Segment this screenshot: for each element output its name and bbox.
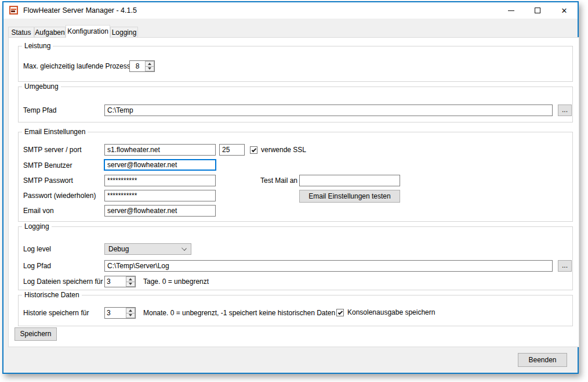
history-hint: Monate. 0 = unbegrenzt, -1 speichert kei… — [143, 307, 335, 319]
chevron-down-icon — [182, 246, 187, 251]
arrow-up-icon — [129, 278, 132, 280]
log-pfad-input[interactable] — [104, 260, 553, 272]
checkmark-icon — [337, 309, 342, 314]
smtp-port-input[interactable] — [219, 144, 245, 156]
title-bar: FlowHeater Server Manager - 4.1.5 ✕ — [3, 2, 578, 19]
max-processes-value: 8 — [130, 61, 145, 71]
maximize-button[interactable] — [524, 2, 551, 19]
log-retention-hint: Tage. 0 = unbegrenzt — [143, 276, 209, 287]
test-mail-label: Test Mail an — [257, 175, 297, 186]
smtp-server-input[interactable] — [104, 144, 216, 156]
minimize-button[interactable] — [498, 2, 524, 19]
group-email-title: Email Einstellungen — [22, 128, 88, 136]
history-label: Historie speichern für — [23, 307, 89, 319]
log-level-value: Debug — [108, 245, 129, 253]
log-level-select[interactable]: Debug — [104, 243, 191, 255]
tab-status[interactable]: Status — [8, 27, 34, 38]
smtp-user-input[interactable] — [104, 159, 216, 171]
test-mail-input[interactable] — [299, 175, 400, 186]
group-logging-title: Logging — [22, 222, 52, 230]
email-from-input[interactable] — [104, 205, 216, 217]
log-retention-value: 3 — [105, 276, 126, 287]
group-leistung-title: Leistung — [22, 42, 53, 50]
password-repeat-input[interactable] — [104, 190, 216, 201]
arrow-up-icon — [129, 309, 132, 312]
window-title: FlowHeater Server Manager - 4.1.5 — [23, 2, 137, 19]
tab-aufgaben[interactable]: Aufgaben — [34, 27, 66, 38]
save-button[interactable]: Speichern — [14, 327, 57, 341]
smtp-password-label: SMTP Passwort — [23, 175, 73, 186]
arrow-up-icon — [148, 63, 151, 65]
password-repeat-label: Passwort (wiederholen) — [23, 190, 96, 201]
group-logging: Logging Log level Debug Log Pfad ... Log… — [18, 226, 573, 290]
window-controls: ✕ — [498, 2, 578, 19]
log-level-label: Log level — [23, 243, 51, 255]
smtp-server-label: SMTP server / port — [23, 144, 81, 156]
smtp-password-input[interactable] — [104, 175, 216, 186]
konfiguration-panel: Leistung Max. gleichzeitig laufende Proz… — [8, 37, 579, 347]
app-icon — [9, 6, 18, 15]
log-pfad-browse-button[interactable]: ... — [558, 260, 572, 272]
history-stepper[interactable]: 3 — [104, 307, 136, 319]
log-retention-stepper[interactable]: 3 — [104, 276, 136, 287]
log-pfad-label: Log Pfad — [23, 260, 51, 272]
close-icon: ✕ — [561, 6, 568, 15]
checkmark-icon — [251, 147, 256, 152]
max-processes-down-button[interactable] — [145, 66, 154, 72]
group-umgebung-title: Umgebung — [22, 82, 61, 91]
group-leistung: Leistung Max. gleichzeitig laufende Proz… — [18, 46, 573, 82]
minimize-icon — [508, 10, 514, 11]
tab-logging[interactable]: Logging — [110, 27, 138, 38]
test-email-button[interactable]: Email Einstellungen testen — [299, 190, 400, 203]
email-from-label: Email von — [23, 205, 54, 217]
ssl-checkbox[interactable] — [250, 146, 257, 154]
temp-pfad-label: Temp Pfad — [23, 104, 56, 116]
console-output-checkbox[interactable] — [336, 309, 344, 316]
tab-konfiguration[interactable]: Konfiguration — [66, 25, 110, 38]
group-historisch-title: Historische Daten — [22, 291, 82, 299]
temp-pfad-input[interactable] — [104, 104, 553, 116]
group-umgebung: Umgebung Temp Pfad ... — [18, 87, 573, 122]
ssl-label: verwende SSL — [261, 144, 306, 156]
arrow-down-icon — [129, 283, 132, 285]
history-value: 3 — [105, 308, 126, 318]
maximize-icon — [535, 8, 540, 13]
console-output-label: Konsolenausgabe speichern — [347, 307, 435, 318]
quit-button[interactable]: Beenden — [518, 353, 567, 367]
smtp-user-label: SMTP Benutzer — [23, 160, 72, 171]
arrow-down-icon — [148, 67, 151, 70]
log-retention-down-button[interactable] — [126, 282, 135, 287]
log-retention-label: Log Dateien speichern für — [23, 276, 103, 287]
group-historische-daten: Historische Daten Historie speichern für… — [18, 295, 573, 326]
history-down-button[interactable] — [126, 313, 135, 319]
group-email: Email Einstellungen SMTP server / port v… — [18, 132, 573, 222]
close-button[interactable]: ✕ — [551, 2, 578, 19]
max-processes-stepper[interactable]: 8 — [129, 60, 155, 72]
temp-pfad-browse-button[interactable]: ... — [558, 104, 572, 116]
arrow-down-icon — [129, 314, 132, 316]
app-window: FlowHeater Server Manager - 4.1.5 ✕ Stat… — [2, 1, 579, 374]
max-processes-label: Max. gleichzeitig laufende Prozesse — [23, 60, 134, 72]
